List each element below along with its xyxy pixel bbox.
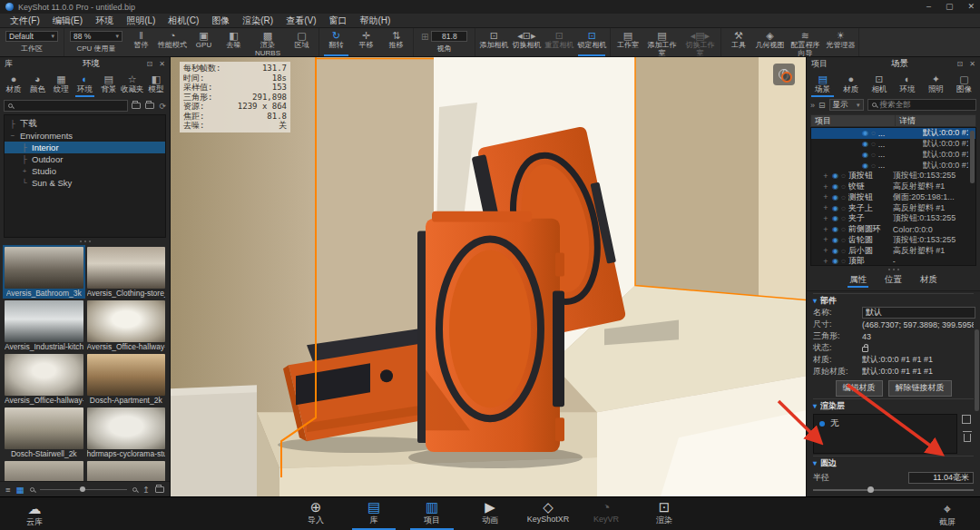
library-tab-环境[interactable]: ◐环境 (73, 72, 96, 97)
menu-item[interactable]: 文件(F) (4, 14, 46, 27)
hdri-editor-button[interactable] (773, 64, 795, 85)
region-button[interactable]: ▢区域 (287, 28, 317, 56)
visibility-eye-icon[interactable]: ◉ (832, 193, 838, 201)
menu-item[interactable]: 渲染(R) (236, 14, 279, 27)
detail-tab-材质[interactable]: 材质 (918, 274, 939, 288)
expand-icon[interactable]: + (822, 182, 829, 191)
scene-tree-scrollbar[interactable] (970, 131, 975, 183)
visibility-eye-icon[interactable]: ◉ (862, 140, 868, 148)
radius-slider[interactable] (813, 486, 974, 494)
light-manager-button[interactable]: ☀光管理器 (824, 28, 857, 56)
detail-tab-属性[interactable]: 属性 (848, 274, 868, 288)
ghost-icon[interactable]: ◌ (841, 247, 846, 255)
scene-tree-row[interactable]: +◉◌铰链高反射塑料 #1 (811, 182, 975, 192)
float-panel-icon[interactable]: ⊡ (147, 60, 153, 68)
studio-button[interactable]: ▤工作室 (612, 28, 642, 56)
project-tab-图像[interactable]: ▢图像 (950, 72, 978, 97)
screenshot-button[interactable]: ⌖ 截屏 (922, 499, 973, 530)
environment-thumbnail[interactable]: Aversis_Office-hallway-d... (85, 299, 168, 352)
field-of-view-value[interactable]: 81.8 (431, 31, 467, 42)
library-tab-材质[interactable]: ●材质 (2, 72, 25, 97)
bottom-item-动画[interactable]: ▶动画 (465, 497, 515, 530)
scene-tree-row[interactable]: ◉◌...默认:0:0:0 #1 ... (811, 139, 975, 150)
zoom-in-icon[interactable] (132, 487, 137, 492)
environment-thumbnail[interactable]: Aversis_Clothing-store_3k (85, 245, 168, 299)
performance-mode-button[interactable]: ◔性能模式 (156, 28, 189, 56)
scene-tree-row[interactable]: ◉◌...默认:0:0:0 #1 ... (811, 128, 975, 139)
environment-thumbnail[interactable]: hdrmaps-cyclorama-stu... (85, 406, 168, 459)
detail-tab-位置[interactable]: 位置 (883, 274, 904, 288)
column-item[interactable]: 项目 (811, 115, 896, 127)
panel-splitter[interactable] (807, 266, 980, 273)
visibility-eye-icon[interactable]: ◉ (832, 204, 838, 212)
delete-layer-icon[interactable] (964, 434, 971, 442)
ghost-icon[interactable]: ◌ (871, 162, 876, 170)
menu-item[interactable]: 图像 (205, 14, 236, 27)
tree-expander-icon[interactable]: + (21, 167, 28, 175)
visibility-eye-icon[interactable]: ◉ (832, 214, 838, 222)
ghost-icon[interactable]: ◌ (841, 172, 846, 180)
standing-case[interactable] (408, 211, 583, 468)
tree-expander-icon[interactable]: ├ (21, 155, 28, 163)
bottom-item-项目[interactable]: ▥项目 (407, 497, 457, 530)
tools-button[interactable]: ⚒工具 (723, 28, 753, 56)
render-layer-list[interactable]: 无 (813, 414, 957, 454)
scene-tree-row[interactable]: +◉◌测按钮侧面:205:198:1... (811, 192, 975, 203)
menu-item[interactable]: 查看(V) (279, 14, 322, 27)
pause-button[interactable]: ‖暂停 (126, 28, 156, 56)
cpu-usage-value[interactable]: 88 %▾ (70, 31, 122, 42)
ghost-icon[interactable]: ◌ (841, 257, 846, 265)
tree-expand-icon[interactable]: ⊟ (818, 101, 826, 110)
dolly-button[interactable]: ⇅推移 (381, 28, 411, 56)
menu-item[interactable]: 环境 (89, 14, 120, 27)
environment-thumbnail[interactable]: Dosch-Stairwell_2k (3, 406, 85, 459)
bottom-item-KeyShotXR[interactable]: ◇KeyShotXR (523, 497, 573, 530)
close-button[interactable]: ✕ (967, 3, 975, 11)
render-layers-section-header[interactable]: ▾ 渲染层 (813, 398, 974, 412)
render-layer-item[interactable]: 无 (819, 417, 951, 429)
cpu-usage-dropdown[interactable]: 88 %▾CPU 使用量 (66, 28, 126, 56)
project-tab-照明[interactable]: ✦照明 (922, 72, 950, 97)
expand-icon[interactable]: + (822, 172, 829, 181)
ghost-icon[interactable]: ◌ (841, 236, 846, 244)
environment-thumbnail[interactable]: Aversis_Bathroom_3k (3, 245, 85, 299)
project-tab-环境[interactable]: ◐环境 (894, 72, 922, 97)
menu-item[interactable]: 照明(L) (120, 14, 162, 27)
library-tab-收藏夹[interactable]: ☆收藏夹 (121, 72, 144, 97)
ghost-icon[interactable]: ◌ (841, 225, 846, 233)
part-section-header[interactable]: ▾ 部件 (813, 293, 974, 307)
scene-search-input[interactable]: 搜索全部 (867, 99, 976, 111)
collapse-all-icon[interactable]: » (810, 101, 815, 110)
scene-tree-row[interactable]: +◉◌夹子顶按钮:0:153:255 (811, 213, 975, 224)
bottom-item-渲染[interactable]: ⊡渲染 (639, 497, 690, 530)
pan-button[interactable]: ✛平移 (351, 28, 381, 56)
reset-camera-button[interactable]: ⊡重置相机 (543, 28, 575, 56)
add-studio-button[interactable]: ▤添加工作室 (642, 28, 681, 56)
environment-thumbnail[interactable]: Dosch-Apartment_2k (85, 352, 168, 406)
expand-icon[interactable]: + (822, 235, 829, 244)
folder-tree-item[interactable]: ├Interior (5, 142, 165, 153)
unlock-icon[interactable] (862, 347, 868, 352)
ghost-icon[interactable]: ◌ (841, 204, 846, 212)
bottom-item-导入[interactable]: ⊕导入 (290, 497, 341, 530)
geometry-view-button[interactable]: ◈几何视图 (753, 28, 786, 56)
folder-tree-item[interactable]: ├Outdoor (5, 153, 165, 165)
radius-value-field[interactable]: 11.04毫米 (908, 472, 974, 484)
visibility-eye-icon[interactable]: ◉ (862, 162, 868, 170)
bottom-item-库[interactable]: ▤库 (348, 497, 399, 530)
column-detail[interactable]: 详情 (896, 115, 975, 127)
add-camera-button[interactable]: ⊡添加相机 (477, 28, 510, 56)
refresh-icon[interactable]: ⟳ (159, 102, 166, 111)
part-name-input[interactable] (862, 307, 975, 319)
folder-tree-item[interactable]: ├下载 (5, 118, 165, 130)
expand-icon[interactable]: + (822, 214, 829, 223)
menu-item[interactable]: 帮助(H) (353, 14, 397, 27)
float-panel-icon[interactable]: ⊡ (957, 60, 964, 68)
visibility-eye-icon[interactable]: ◉ (832, 172, 838, 180)
list-view-icon[interactable]: ≡ (5, 485, 11, 495)
workspace-dropdown[interactable]: Default▾工作区 (2, 28, 62, 56)
tree-expander-icon[interactable]: − (9, 132, 16, 140)
button-编辑材质[interactable]: 编辑材质 (836, 380, 883, 397)
visibility-eye-icon[interactable]: ◉ (832, 247, 838, 255)
expand-icon[interactable]: + (822, 246, 829, 255)
